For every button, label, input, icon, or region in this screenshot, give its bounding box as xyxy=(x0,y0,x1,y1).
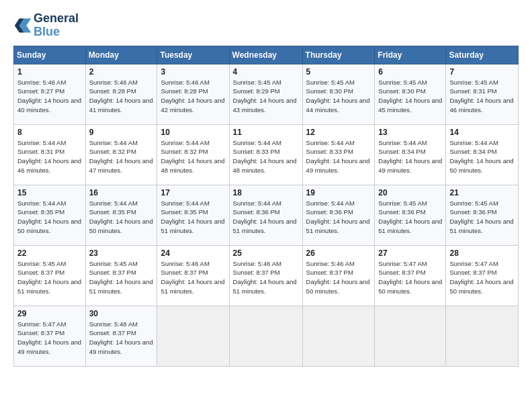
day-info: Sunrise: 5:45 AM Sunset: 8:37 PM Dayligh… xyxy=(89,259,154,296)
day-number: 29 xyxy=(17,309,82,318)
day-number: 6 xyxy=(378,67,442,77)
calendar-cell: 28 Sunrise: 5:47 AM Sunset: 8:37 PM Dayl… xyxy=(446,245,519,306)
day-number: 2 xyxy=(89,67,154,77)
calendar-cell: 19 Sunrise: 5:44 AM Sunset: 8:36 PM Dayl… xyxy=(302,185,375,245)
calendar-cell xyxy=(157,306,229,366)
calendar-body: 1 Sunrise: 5:46 AM Sunset: 8:27 PM Dayli… xyxy=(14,64,519,366)
calendar-cell: 3 Sunrise: 5:46 AM Sunset: 8:28 PM Dayli… xyxy=(157,64,229,124)
weekday-header-tuesday: Tuesday xyxy=(157,46,229,64)
calendar-cell: 8 Sunrise: 5:44 AM Sunset: 8:31 PM Dayli… xyxy=(14,124,86,185)
weekday-header-sunday: Sunday xyxy=(14,46,86,64)
day-info: Sunrise: 5:45 AM Sunset: 8:36 PM Dayligh… xyxy=(378,199,442,236)
day-number: 8 xyxy=(17,128,82,137)
day-info: Sunrise: 5:44 AM Sunset: 8:32 PM Dayligh… xyxy=(89,138,154,175)
logo-text: General Blue xyxy=(34,12,79,39)
calendar-cell: 21 Sunrise: 5:45 AM Sunset: 8:36 PM Dayl… xyxy=(446,185,519,245)
day-info: Sunrise: 5:44 AM Sunset: 8:36 PM Dayligh… xyxy=(233,199,299,236)
day-number: 3 xyxy=(161,67,225,77)
day-number: 26 xyxy=(306,248,371,258)
day-info: Sunrise: 5:46 AM Sunset: 8:37 PM Dayligh… xyxy=(161,259,225,296)
calendar-cell: 17 Sunrise: 5:44 AM Sunset: 8:35 PM Dayl… xyxy=(157,185,229,245)
logo-icon xyxy=(13,16,32,35)
day-info: Sunrise: 5:44 AM Sunset: 8:35 PM Dayligh… xyxy=(17,199,82,236)
day-info: Sunrise: 5:48 AM Sunset: 8:37 PM Dayligh… xyxy=(89,320,154,357)
day-number: 15 xyxy=(17,188,82,197)
calendar-week-row: 29 Sunrise: 5:47 AM Sunset: 8:37 PM Dayl… xyxy=(14,306,519,366)
calendar-cell: 13 Sunrise: 5:44 AM Sunset: 8:34 PM Dayl… xyxy=(375,124,446,185)
day-info: Sunrise: 5:45 AM Sunset: 8:30 PM Dayligh… xyxy=(378,78,442,115)
calendar-cell: 18 Sunrise: 5:44 AM Sunset: 8:36 PM Dayl… xyxy=(229,185,302,245)
calendar-cell: 12 Sunrise: 5:44 AM Sunset: 8:33 PM Dayl… xyxy=(302,124,375,185)
calendar-cell: 1 Sunrise: 5:46 AM Sunset: 8:27 PM Dayli… xyxy=(14,64,86,124)
calendar-cell: 2 Sunrise: 5:46 AM Sunset: 8:28 PM Dayli… xyxy=(85,64,157,124)
day-number: 27 xyxy=(378,248,442,258)
calendar-header: SundayMondayTuesdayWednesdayThursdayFrid… xyxy=(14,46,519,64)
calendar-cell: 25 Sunrise: 5:46 AM Sunset: 8:37 PM Dayl… xyxy=(229,245,302,306)
day-number: 5 xyxy=(306,67,371,77)
calendar-cell: 20 Sunrise: 5:45 AM Sunset: 8:36 PM Dayl… xyxy=(375,185,446,245)
day-number: 10 xyxy=(161,128,225,137)
day-info: Sunrise: 5:44 AM Sunset: 8:33 PM Dayligh… xyxy=(233,138,299,175)
day-info: Sunrise: 5:47 AM Sunset: 8:37 PM Dayligh… xyxy=(378,259,442,296)
day-info: Sunrise: 5:44 AM Sunset: 8:31 PM Dayligh… xyxy=(17,138,82,175)
calendar-cell: 27 Sunrise: 5:47 AM Sunset: 8:37 PM Dayl… xyxy=(375,245,446,306)
day-info: Sunrise: 5:44 AM Sunset: 8:35 PM Dayligh… xyxy=(89,199,154,236)
calendar-cell: 22 Sunrise: 5:45 AM Sunset: 8:37 PM Dayl… xyxy=(14,245,86,306)
day-info: Sunrise: 5:44 AM Sunset: 8:32 PM Dayligh… xyxy=(161,138,225,175)
weekday-header-friday: Friday xyxy=(375,46,446,64)
day-info: Sunrise: 5:45 AM Sunset: 8:31 PM Dayligh… xyxy=(449,78,515,115)
calendar-week-row: 8 Sunrise: 5:44 AM Sunset: 8:31 PM Dayli… xyxy=(14,124,519,185)
calendar-cell xyxy=(302,306,375,366)
day-number: 14 xyxy=(449,128,515,137)
day-number: 13 xyxy=(378,128,442,137)
calendar-cell: 9 Sunrise: 5:44 AM Sunset: 8:32 PM Dayli… xyxy=(85,124,157,185)
day-number: 18 xyxy=(233,188,299,197)
day-number: 12 xyxy=(306,128,371,137)
day-info: Sunrise: 5:45 AM Sunset: 8:30 PM Dayligh… xyxy=(306,78,371,115)
day-number: 28 xyxy=(449,248,515,258)
day-number: 22 xyxy=(17,248,82,258)
calendar-week-row: 15 Sunrise: 5:44 AM Sunset: 8:35 PM Dayl… xyxy=(14,185,519,245)
day-number: 7 xyxy=(449,67,515,77)
calendar-cell: 7 Sunrise: 5:45 AM Sunset: 8:31 PM Dayli… xyxy=(446,64,519,124)
calendar-cell: 16 Sunrise: 5:44 AM Sunset: 8:35 PM Dayl… xyxy=(85,185,157,245)
weekday-header-saturday: Saturday xyxy=(446,46,519,64)
page: General Blue SundayMondayTuesdayWednesda… xyxy=(0,0,532,411)
day-number: 17 xyxy=(161,188,225,197)
weekday-header-monday: Monday xyxy=(85,46,157,64)
day-number: 1 xyxy=(17,67,82,77)
day-info: Sunrise: 5:44 AM Sunset: 8:34 PM Dayligh… xyxy=(378,138,442,175)
day-number: 9 xyxy=(89,128,154,137)
calendar-cell: 23 Sunrise: 5:45 AM Sunset: 8:37 PM Dayl… xyxy=(85,245,157,306)
day-info: Sunrise: 5:46 AM Sunset: 8:28 PM Dayligh… xyxy=(161,78,225,115)
calendar-cell: 29 Sunrise: 5:47 AM Sunset: 8:37 PM Dayl… xyxy=(14,306,86,366)
weekday-header-wednesday: Wednesday xyxy=(229,46,302,64)
header: General Blue xyxy=(13,12,519,39)
logo: General Blue xyxy=(13,12,79,39)
calendar-table: SundayMondayTuesdayWednesdayThursdayFrid… xyxy=(13,46,519,367)
calendar-cell: 4 Sunrise: 5:45 AM Sunset: 8:29 PM Dayli… xyxy=(229,64,302,124)
calendar-cell: 5 Sunrise: 5:45 AM Sunset: 8:30 PM Dayli… xyxy=(302,64,375,124)
day-info: Sunrise: 5:47 AM Sunset: 8:37 PM Dayligh… xyxy=(17,320,82,357)
calendar-cell: 30 Sunrise: 5:48 AM Sunset: 8:37 PM Dayl… xyxy=(85,306,157,366)
calendar-cell: 6 Sunrise: 5:45 AM Sunset: 8:30 PM Dayli… xyxy=(375,64,446,124)
day-number: 21 xyxy=(449,188,515,197)
day-info: Sunrise: 5:47 AM Sunset: 8:37 PM Dayligh… xyxy=(449,259,515,296)
day-number: 24 xyxy=(161,248,225,258)
day-number: 25 xyxy=(233,248,299,258)
day-number: 19 xyxy=(306,188,371,197)
calendar-cell: 14 Sunrise: 5:44 AM Sunset: 8:34 PM Dayl… xyxy=(446,124,519,185)
calendar-cell: 26 Sunrise: 5:46 AM Sunset: 8:37 PM Dayl… xyxy=(302,245,375,306)
day-info: Sunrise: 5:45 AM Sunset: 8:37 PM Dayligh… xyxy=(17,259,82,296)
day-info: Sunrise: 5:44 AM Sunset: 8:35 PM Dayligh… xyxy=(161,199,225,236)
day-info: Sunrise: 5:46 AM Sunset: 8:28 PM Dayligh… xyxy=(89,78,154,115)
weekday-row: SundayMondayTuesdayWednesdayThursdayFrid… xyxy=(14,46,519,64)
calendar-cell: 10 Sunrise: 5:44 AM Sunset: 8:32 PM Dayl… xyxy=(157,124,229,185)
calendar-week-row: 1 Sunrise: 5:46 AM Sunset: 8:27 PM Dayli… xyxy=(14,64,519,124)
calendar-cell: 24 Sunrise: 5:46 AM Sunset: 8:37 PM Dayl… xyxy=(157,245,229,306)
calendar-cell xyxy=(446,306,519,366)
day-info: Sunrise: 5:44 AM Sunset: 8:36 PM Dayligh… xyxy=(306,199,371,236)
day-info: Sunrise: 5:45 AM Sunset: 8:29 PM Dayligh… xyxy=(233,78,299,115)
day-info: Sunrise: 5:45 AM Sunset: 8:36 PM Dayligh… xyxy=(449,199,515,236)
day-info: Sunrise: 5:46 AM Sunset: 8:37 PM Dayligh… xyxy=(233,259,299,296)
